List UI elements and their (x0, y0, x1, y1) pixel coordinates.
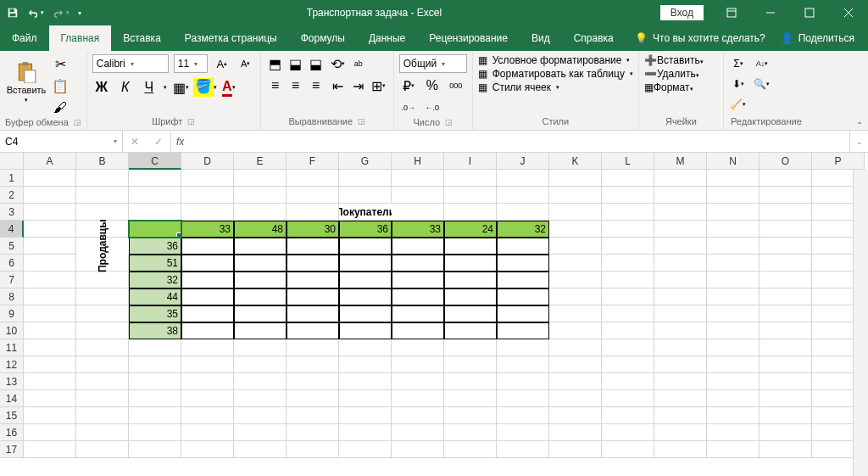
cell-I4[interactable]: 24 (444, 221, 497, 238)
col-header-P[interactable]: P (812, 153, 865, 170)
formula-input[interactable] (189, 131, 849, 152)
increase-font-icon[interactable]: A▴ (213, 54, 231, 73)
wrap-text-icon[interactable]: ab (349, 54, 368, 73)
cell-K11[interactable] (549, 339, 602, 356)
cell-L13[interactable] (602, 373, 654, 390)
row-header-10[interactable]: 10 (0, 322, 24, 339)
cell-H6[interactable] (392, 255, 444, 272)
cell-H7[interactable] (392, 272, 444, 288)
cell-G13[interactable] (339, 373, 392, 390)
cell-A6[interactable] (24, 255, 76, 272)
align-bottom-icon[interactable]: ⬓ (307, 54, 326, 73)
cell-O7[interactable] (760, 272, 812, 288)
cell-A7[interactable] (24, 272, 76, 288)
cell-G1[interactable] (339, 170, 392, 187)
cell-F16[interactable] (287, 424, 339, 441)
cell-O16[interactable] (760, 424, 812, 441)
cell-M7[interactable] (654, 272, 707, 288)
tab-file[interactable]: Файл (0, 25, 49, 51)
cell-L6[interactable] (602, 255, 654, 272)
cell-E17[interactable] (234, 441, 287, 458)
cell-D4[interactable]: 33 (181, 221, 234, 238)
cell-O6[interactable] (760, 255, 812, 272)
cell-E12[interactable] (234, 356, 287, 373)
cell-N6[interactable] (707, 255, 760, 272)
cell-G3[interactable]: Покупатели (339, 204, 392, 221)
row-header-16[interactable]: 16 (0, 424, 24, 441)
decrease-decimal-icon[interactable]: ←.0 (423, 98, 442, 117)
cell-J12[interactable] (497, 356, 549, 373)
cell-G9[interactable] (339, 305, 392, 322)
row-header-14[interactable]: 14 (0, 390, 24, 407)
cell-M9[interactable] (654, 305, 707, 322)
cell-H16[interactable] (392, 424, 444, 441)
cell-D16[interactable] (181, 424, 234, 441)
col-header-D[interactable]: D (181, 153, 234, 170)
font-size-combo[interactable]: 11▾ (174, 54, 208, 73)
row-header-9[interactable]: 9 (0, 305, 24, 322)
cell-G5[interactable] (339, 238, 392, 255)
cell-A15[interactable] (24, 407, 76, 424)
cell-C12[interactable] (129, 356, 181, 373)
cell-O10[interactable] (760, 322, 812, 339)
cell-G2[interactable] (339, 187, 392, 204)
cell-F12[interactable] (287, 356, 339, 373)
cell-B14[interactable] (76, 390, 129, 407)
cells-area[interactable]: Покупатели33483036332432Продавцы36513244… (24, 170, 865, 458)
cell-D6[interactable] (181, 255, 234, 272)
tab-help[interactable]: Справка (562, 25, 626, 51)
cell-D14[interactable] (181, 390, 234, 407)
cell-N10[interactable] (707, 322, 760, 339)
cell-E10[interactable] (234, 322, 287, 339)
fill-icon[interactable]: ⬇▾ (729, 75, 748, 93)
cell-J11[interactable] (497, 339, 549, 356)
cell-C1[interactable] (129, 170, 181, 187)
cell-I9[interactable] (444, 305, 497, 322)
cell-K12[interactable] (549, 356, 602, 373)
cell-M14[interactable] (654, 390, 707, 407)
find-icon[interactable]: 🔍▾ (753, 75, 771, 93)
cell-H15[interactable] (392, 407, 444, 424)
cell-L3[interactable] (602, 204, 654, 221)
cell-J15[interactable] (497, 407, 549, 424)
cell-F13[interactable] (287, 373, 339, 390)
cell-G4[interactable]: 36 (339, 221, 392, 238)
paste-button[interactable]: Вставить ▾ (5, 54, 47, 110)
cell-I1[interactable] (444, 170, 497, 187)
font-launcher-icon[interactable]: ◲ (187, 117, 195, 126)
cell-B15[interactable] (76, 407, 129, 424)
cell-J17[interactable] (497, 441, 549, 458)
cell-A9[interactable] (24, 305, 76, 322)
cell-D11[interactable] (181, 339, 234, 356)
col-header-O[interactable]: O (760, 153, 812, 170)
cell-F14[interactable] (287, 390, 339, 407)
cell-H4[interactable]: 33 (392, 221, 444, 238)
cell-G15[interactable] (339, 407, 392, 424)
cell-F6[interactable] (287, 255, 339, 272)
row-header-3[interactable]: 3 (0, 204, 24, 221)
cell-J7[interactable] (497, 272, 549, 288)
cell-I10[interactable] (444, 322, 497, 339)
number-launcher-icon[interactable]: ◲ (445, 118, 453, 126)
increase-decimal-icon[interactable]: .0→ (399, 98, 418, 117)
cell-E9[interactable] (234, 305, 287, 322)
alignment-launcher-icon[interactable]: ◲ (358, 117, 365, 126)
cell-F7[interactable] (287, 272, 339, 288)
cell-K16[interactable] (549, 424, 602, 441)
col-header-M[interactable]: M (654, 153, 707, 170)
col-header-E[interactable]: E (234, 153, 287, 170)
cell-C5[interactable]: 36 (129, 238, 181, 255)
cell-J13[interactable] (497, 373, 549, 390)
cell-M15[interactable] (654, 407, 707, 424)
cell-O4[interactable] (760, 221, 812, 238)
row-header-7[interactable]: 7 (0, 272, 24, 288)
select-all-corner[interactable] (0, 153, 24, 170)
cell-H14[interactable] (392, 390, 444, 407)
cell-D15[interactable] (181, 407, 234, 424)
col-header-G[interactable]: G (339, 153, 392, 170)
cell-F17[interactable] (287, 441, 339, 458)
cell-K3[interactable] (549, 204, 602, 221)
cell-B10[interactable] (76, 322, 129, 339)
cell-H1[interactable] (392, 170, 444, 187)
cell-M4[interactable] (654, 221, 707, 238)
